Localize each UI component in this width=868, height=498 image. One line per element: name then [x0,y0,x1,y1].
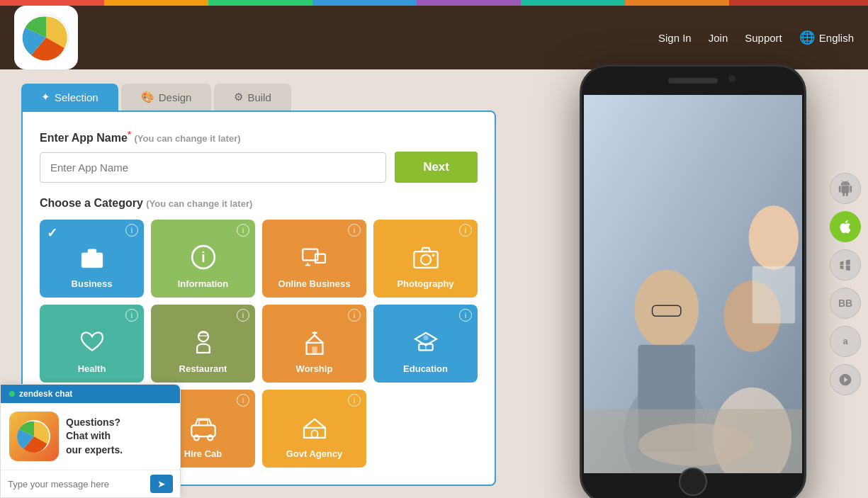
windows-os-icon[interactable] [830,249,861,281]
android-os-icon[interactable] [830,173,861,204]
svg-point-33 [634,269,699,348]
chat-input[interactable] [8,479,150,489]
selection-tab-icon: ✦ [41,91,50,103]
chat-online-dot [9,391,15,397]
join-link[interactable]: Join [709,32,728,44]
category-hint: (You can change it later) [146,198,252,209]
os-selector: BB a [830,173,861,395]
category-business-label: Business [72,278,113,289]
chat-header-label: zendesk chat [19,389,72,399]
category-hire-cab-label: Hire Cab [184,448,222,459]
blackberry-os-icon[interactable]: BB [830,288,861,319]
category-heading: Choose a Category (You can change it lat… [40,197,478,210]
chef-icon [188,327,219,361]
phone-screen [584,95,802,473]
chat-body: Questions?Chat withour experts. [1,403,180,470]
info-information[interactable]: i [237,224,249,237]
svg-point-25 [208,436,213,441]
devices-icon [299,242,330,276]
category-govt-agency-label: Govt Agency [286,448,343,459]
business-photo [584,95,802,473]
logo[interactable] [14,6,78,69]
language-label: English [819,32,854,44]
category-online-business-label: Online Business [278,278,351,289]
apple-os-icon[interactable] [830,211,861,242]
category-govt-agency[interactable]: i Govt Agency [262,390,366,468]
category-restaurant[interactable]: i Restaurant [151,305,255,383]
info-circle-icon: i [188,242,219,276]
chat-header: zendesk chat [1,385,180,403]
category-worship-label: Worship [296,363,333,374]
category-worship[interactable]: i Worship [262,305,366,383]
appname-label: Enter App Name* (You can change it later… [40,129,478,145]
phone-camera [728,75,735,82]
category-photography-label: Photography [397,278,453,289]
category-restaurant-label: Restaurant [179,363,227,374]
tab-design[interactable]: 🎨 Design [121,84,212,111]
svg-rect-27 [304,428,325,438]
category-education[interactable]: i Education [373,305,478,383]
language-selector[interactable]: 🌐 English [799,30,854,45]
tab-build[interactable]: ⚙ Build [214,84,291,111]
header-nav: Sign In Join Support 🌐 English [658,30,854,45]
signin-link[interactable]: Sign In [658,32,692,44]
svg-point-40 [748,205,799,270]
chat-logo [9,412,59,461]
appname-hint: (You can change it later) [135,133,241,144]
info-business[interactable]: i [125,224,138,237]
build-tab-icon: ⚙ [234,91,243,103]
svg-text:i: i [201,249,205,265]
category-information[interactable]: i i Information [151,220,255,298]
category-photography[interactable]: i Photography [373,220,478,298]
svg-rect-7 [315,254,325,263]
svg-rect-1 [81,253,103,268]
name-input-row: Next [40,152,478,183]
design-tab-label: Design [159,91,192,103]
chat-send-button[interactable]: ➤ [150,475,173,493]
svg-rect-41 [752,266,794,323]
info-education[interactable]: i [459,309,472,322]
info-health[interactable]: i [125,309,138,322]
svg-point-39 [638,423,752,465]
tab-selection[interactable]: ✦ Selection [21,84,118,111]
svg-point-12 [432,254,434,257]
cab-icon [188,412,219,446]
svg-point-11 [420,255,430,265]
svg-rect-14 [198,333,207,336]
svg-point-24 [193,436,198,441]
support-link[interactable]: Support [745,32,782,44]
svg-rect-2 [87,249,96,254]
chat-message: Questions?Chat withour experts. [66,416,123,458]
category-health-label: Health [78,363,106,374]
right-panel: BB a [517,69,868,498]
svg-point-21 [423,336,428,341]
info-online-business[interactable]: i [348,224,361,237]
app-name-input[interactable] [40,152,386,183]
pwa-icon[interactable] [830,364,861,395]
chat-widget: zendesk chat Questions?Chat withour expe… [0,384,181,498]
info-hire-cab[interactable]: i [237,394,249,407]
heart-icon [77,327,108,361]
phone-home-button[interactable] [679,468,707,496]
category-business[interactable]: i Business [40,220,144,298]
info-photography[interactable]: i [459,224,472,237]
category-online-business[interactable]: i Online Business [262,220,366,298]
design-tab-icon: 🎨 [141,91,154,103]
category-health[interactable]: i Health [40,305,144,383]
info-worship[interactable]: i [348,309,361,322]
info-govt-agency[interactable]: i [348,394,361,407]
info-restaurant[interactable]: i [237,309,249,322]
tabs: ✦ Selection 🎨 Design ⚙ Build [21,84,496,111]
phone-speaker [668,78,718,84]
main-content: ✦ Selection 🎨 Design ⚙ Build Enter App N… [0,69,868,498]
amazon-os-icon[interactable]: a [830,326,861,357]
logo-icon [21,13,71,62]
phone-mockup [580,64,806,499]
next-button[interactable]: Next [395,152,478,183]
chat-input-row: ➤ [1,470,180,497]
header: Sign In Join Support 🌐 English [0,6,868,69]
govt-icon [299,412,330,446]
church-icon [299,327,330,361]
globe-icon: 🌐 [799,30,815,45]
top-color-bar [0,0,868,6]
